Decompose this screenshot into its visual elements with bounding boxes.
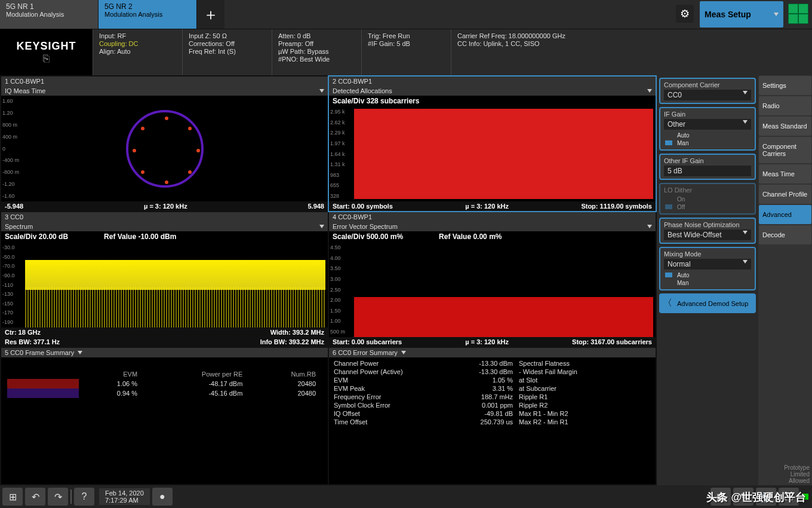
evs-trace xyxy=(354,297,653,337)
chevron-down-icon[interactable] xyxy=(647,225,652,228)
panel-detected-allocations[interactable]: 2 CC0-BWP1 Detected Allocations Scale/Di… xyxy=(329,76,656,211)
info-col-3: Atten: 0 dB Preamp: Off µW Path: Bypass … xyxy=(272,29,361,75)
redo-button[interactable]: ↷ xyxy=(48,488,68,506)
other-if-gain-control[interactable]: Other IF Gain 5 dB xyxy=(659,154,756,180)
side-btn-channel-profile[interactable]: Channel Profile xyxy=(759,185,811,204)
if-gain-control[interactable]: IF Gain Other Auto Man xyxy=(659,107,756,151)
tab-sub: Modulation Analysis xyxy=(104,11,190,18)
windows-icon[interactable]: ⊞ xyxy=(2,488,23,506)
tab-5gnr1[interactable]: 5G NR 1 Modulation Analysis xyxy=(0,0,99,29)
lo-dither-control: LO Dither OnOff xyxy=(659,183,756,215)
chevron-down-icon[interactable] xyxy=(78,351,82,354)
info-col-2: Input Z: 50 Ω Corrections: Off Freq Ref:… xyxy=(182,29,272,75)
y-ticks: 4.504.003.503.002.502.001.501.00500 m xyxy=(330,244,345,335)
tab-bar: 5G NR 1 Modulation Analysis 5G NR 2 Modu… xyxy=(0,0,812,29)
datetime: Feb 14, 2020 7:17:29 AM xyxy=(99,488,150,505)
constellation-plot xyxy=(126,110,204,188)
side-btn-radio[interactable]: Radio xyxy=(759,96,811,115)
tab-sub: Modulation Analysis xyxy=(6,11,92,18)
add-tab-button[interactable]: ＋ xyxy=(197,0,224,29)
info-col-4: Trig: Free Run #IF Gain: 5 dB xyxy=(361,29,451,75)
chevron-down-icon[interactable] xyxy=(319,89,324,93)
y-ticks: -30.0-50.0-70.0-90.0-110-130-150-170-190 xyxy=(2,244,15,325)
chevron-down-icon xyxy=(743,120,748,124)
chevron-down-icon xyxy=(774,13,779,16)
spectrum-trace xyxy=(25,260,325,290)
panel-error-summary[interactable]: 6 CC0 Error Summary Channel Power-13.30 … xyxy=(329,348,656,484)
side-tabs: SettingsRadioMeas StandardComponent Carr… xyxy=(758,75,812,485)
chevron-down-icon xyxy=(743,91,748,94)
meas-setup-button[interactable]: Meas Setup xyxy=(700,1,783,27)
info-bar: KEYSIGHT ⎘ Input: RF Coupling: DC Align:… xyxy=(0,29,812,75)
chevron-down-icon xyxy=(743,260,748,264)
side-btn-advanced[interactable]: Advanced xyxy=(759,205,811,224)
if-gain-toggle[interactable]: Auto Man xyxy=(664,131,751,147)
allocation-plot xyxy=(354,109,653,199)
side-btn-meas-standard[interactable]: Meas Standard xyxy=(759,117,811,136)
side-btn-settings[interactable]: Settings xyxy=(759,76,811,95)
watermark: 头条 @世强硬创平台 xyxy=(706,490,806,504)
y-ticks: 2.95 k2.62 k2.29 k1.97 k1.64 k1.31 k9836… xyxy=(330,109,345,199)
component-carrier-select[interactable]: Component Carrier CC0 xyxy=(659,78,756,104)
tab-title: 5G NR 2 xyxy=(104,2,190,11)
settings-icon[interactable]: ⚙ xyxy=(676,5,694,23)
side-btn-decode[interactable]: Decode xyxy=(759,225,811,244)
frame-summary-table: EVMPower per RENum.RB1.06 %-48.17 dBm204… xyxy=(7,369,322,398)
panel-error-vector-spectrum[interactable]: 4 CC0-BWP1 Error Vector Spectrum Scale/D… xyxy=(329,212,656,347)
chevron-down-icon xyxy=(743,231,748,234)
chevron-down-icon[interactable] xyxy=(647,89,652,93)
info-col-1: Input: RF Coupling: DC Align: Auto xyxy=(93,29,182,75)
side-panel: Component Carrier CC0 IF Gain Other Auto… xyxy=(657,75,812,485)
chevron-down-icon[interactable] xyxy=(401,351,406,354)
side-btn-component-carriers[interactable]: Component Carriers xyxy=(759,137,811,163)
bottom-bar: ⊞ ↶ ↷ ? Feb 14, 2020 7:17:29 AM ● ▦ ✎ 📷 … xyxy=(0,485,812,508)
error-summary-grid: Channel Power-13.30 dBmSpectral Flatness… xyxy=(329,357,656,428)
undo-button[interactable]: ↶ xyxy=(25,488,45,506)
logo-text: KEYSIGHT xyxy=(16,40,76,53)
chevron-down-icon[interactable] xyxy=(319,225,324,228)
info-col-5: Carrier Ref Freq: 18.000000000 GHz CC In… xyxy=(451,29,812,75)
marker-icon[interactable]: ● xyxy=(152,488,173,506)
logo: KEYSIGHT ⎘ xyxy=(0,29,93,75)
panel-spectrum[interactable]: 3 CC0 Spectrum Scale/Div 20.00 dBRef Val… xyxy=(1,212,328,347)
back-icon: 〈 xyxy=(663,297,672,310)
mixing-mode-control[interactable]: Mixing Mode Normal Auto Man xyxy=(659,247,756,290)
prototype-label: PrototypeLimitedAllowed xyxy=(784,464,810,484)
panel-iq-meas-time[interactable]: 1 CC0-BWP1 IQ Meas Time 1.601.20800 m400… xyxy=(1,76,328,211)
tab-title: 5G NR 1 xyxy=(6,2,92,11)
help-button[interactable]: ? xyxy=(74,488,94,506)
y-ticks: 1.601.20800 m400 m0-400 m-800 m-1.20-1.6… xyxy=(2,98,19,199)
tab-5gnr2[interactable]: 5G NR 2 Modulation Analysis xyxy=(99,0,197,29)
phase-noise-control[interactable]: Phase Noise Optimization Best Wide-Offse… xyxy=(659,218,756,244)
meas-setup-label: Meas Setup xyxy=(705,10,751,19)
layout-icon[interactable] xyxy=(788,4,808,24)
side-btn-meas-time[interactable]: Meas Time xyxy=(759,164,811,183)
advanced-demod-button[interactable]: 〈 Advanced Demod Setup xyxy=(659,293,756,313)
mixing-mode-toggle[interactable]: Auto Man xyxy=(664,271,751,287)
panel-frame-summary[interactable]: 5 CC0 Frame Summary EVMPower per RENum.R… xyxy=(1,348,328,484)
